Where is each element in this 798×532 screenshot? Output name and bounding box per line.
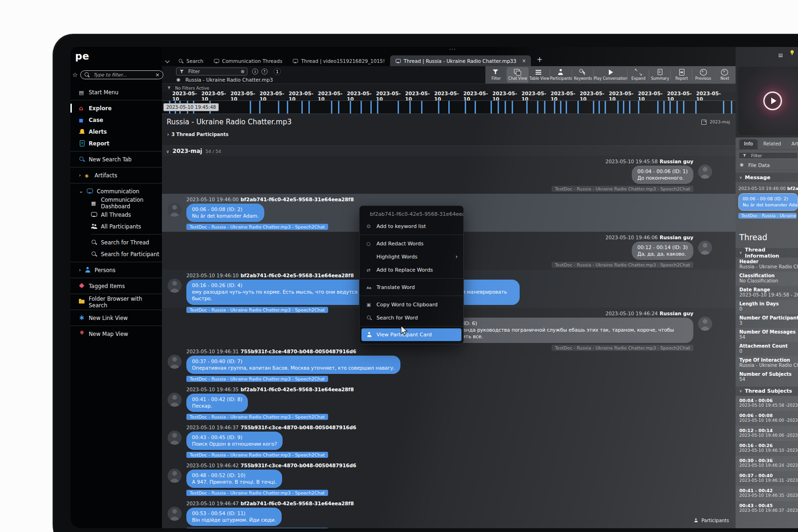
tab[interactable]: Communication Threads [208, 55, 287, 66]
favorite-star-icon[interactable]: ☆ [72, 71, 78, 78]
tab[interactable]: Thread | Russia - Ukraine Radio Chatter.… [390, 55, 531, 66]
message-sender[interactable]: bf2ab741-f6c0-42e5-9568-31e64eea28f8 [241, 387, 354, 392]
message-row[interactable]: 2023-05-10 19:46:35bf2ab741-f6c0-42e5-95… [162, 384, 736, 422]
toolbar-button[interactable]: Summary [649, 66, 671, 84]
sidebar-filter-box[interactable]: × [80, 70, 163, 79]
sidebar-item[interactable]: Alerts [70, 126, 162, 137]
sidebar-item[interactable]: New Map View [70, 328, 162, 340]
thread-subjects-header[interactable]: ∨ Thread Subjects [736, 387, 798, 396]
message-bubble[interactable]: 00:37 - 00:40 (ID: 7) Оперативная группа… [186, 356, 400, 374]
timeline-event-bar[interactable] [287, 101, 288, 114]
timeline-event-bar[interactable] [629, 101, 630, 114]
timeline-event-bar[interactable] [669, 101, 671, 114]
sidebar-item[interactable]: Search for Participant [83, 248, 162, 260]
subject-row[interactable]: 00:30 - 00:36 2023-05-10 19:46:24 -2023-… [736, 456, 798, 471]
message-row[interactable]: 2023-05-10 19:46:42755b931f-c3ce-4870-b0… [162, 460, 736, 498]
sidebar-item[interactable]: New Search Tab [70, 153, 162, 165]
toolbar-button[interactable]: Expand [628, 66, 649, 84]
message-bubble[interactable]: 00:06 - 00:08 (ID: 2) Nu är det komander… [186, 204, 264, 222]
message-bubble[interactable]: 00:53 - 00:54 (ID: 11) Він підійде штурм… [186, 508, 282, 526]
timeline-event-bar[interactable] [350, 101, 351, 114]
next-match-button[interactable]: ↓ [252, 68, 258, 75]
sidebar-item[interactable]: Case [70, 114, 162, 126]
subject-row[interactable]: 00:41 - 00:42 2023-05-10 19:46:35 -2023-… [736, 486, 798, 501]
sidebar-filter-input[interactable] [92, 72, 153, 78]
subject-row[interactable]: 00:12 - 00:14 2023-05-10 19:46:06 -2023-… [736, 426, 798, 441]
message-bubble[interactable]: 00:16 - 00:26 (ID: 4) ему разодрал чуть-… [186, 280, 520, 305]
timeline-event-bar[interactable] [361, 101, 362, 114]
toolbar-button[interactable]: Filter [485, 66, 507, 84]
detail-filter-box[interactable] [738, 152, 798, 159]
timeline-event-bar[interactable] [491, 101, 492, 114]
timeline-event-bar[interactable] [308, 101, 310, 114]
message-bubble[interactable]: 00:48 - 00:52 (ID: 10) А 947. Принято. В… [186, 470, 282, 488]
message-sender[interactable]: bf2ab741-f6c0-42e5-9568-31e64eea28f8 [241, 501, 354, 506]
message-sender[interactable]: 755b931f-c3ce-4870-b048-0050487916d6 [241, 349, 357, 354]
sidebar-item[interactable]: Report [70, 137, 162, 149]
timeline-event-bar[interactable] [695, 101, 697, 114]
context-menu-item[interactable]: Translate Word [360, 281, 463, 294]
timeline-event-bar[interactable] [526, 101, 528, 114]
timeline-event-bar[interactable] [338, 101, 339, 114]
sidebar-item[interactable]: Communication Dashboard [83, 197, 162, 209]
chevron-icon[interactable]: › [79, 267, 81, 273]
sidebar-item[interactable]: › Persons [70, 264, 162, 276]
clear-filter-icon[interactable]: × [155, 72, 160, 78]
context-menu-item[interactable]: Copy Word to Clipboard [360, 298, 463, 311]
timeline-event-bar[interactable] [448, 101, 450, 114]
message-row[interactable]: 2023-05-10 19:45:58Russian guy 00:04 - 0… [162, 156, 736, 194]
timeline-event-bar[interactable] [250, 101, 251, 114]
timeline-event-bar[interactable] [465, 101, 466, 114]
timeline-event-bar[interactable] [623, 101, 624, 114]
timeline-event-bar[interactable] [657, 101, 659, 114]
export-icon[interactable] [701, 119, 707, 125]
timeline-event-bar[interactable] [259, 101, 261, 114]
timeline-event-bar[interactable] [512, 101, 513, 114]
play-button[interactable] [763, 91, 782, 110]
message-sender[interactable]: Russian guy [660, 235, 693, 240]
timeline-event-bar[interactable] [566, 101, 567, 114]
detail-tab[interactable]: Artifacts [787, 139, 798, 149]
toolbar-button[interactable]: Table View [529, 66, 550, 84]
timeline-event-bar[interactable] [377, 101, 378, 114]
clear-filter-icon[interactable]: ⊗ [241, 69, 245, 74]
sidebar-item[interactable]: All Threads [83, 209, 162, 220]
timeline-event-bar[interactable] [278, 101, 279, 114]
previous-match-button[interactable]: ↑ [261, 68, 268, 75]
timeline-event-bar[interactable] [560, 101, 561, 114]
context-menu-item[interactable]: Add to Replace Words [360, 263, 463, 276]
file-data-row[interactable]: File Data [736, 161, 798, 170]
chevron-icon[interactable]: › [79, 172, 81, 178]
layout-grid-icon[interactable] [778, 50, 784, 56]
thread-filter-box[interactable]: ⊗ [176, 68, 247, 76]
timeline-event-bar[interactable] [663, 101, 665, 114]
message-bubble[interactable]: 00:41 - 00:42 (ID: 8) Пескар. [186, 394, 248, 412]
message-sender[interactable]: Russian guy [660, 311, 693, 316]
detail-tab[interactable]: Related [759, 139, 786, 149]
timeline-event-bar[interactable] [593, 101, 594, 114]
message-sender[interactable]: 755b931f-c3ce-4870-b048-0050487916d6 [241, 463, 357, 468]
timeline-event-bar[interactable] [409, 101, 411, 114]
toolbar-button[interactable]: Next [714, 66, 736, 84]
timeline-event-bar[interactable] [537, 101, 538, 114]
thread-filter-input[interactable] [187, 68, 238, 75]
toolbar-button[interactable]: Report [671, 66, 692, 84]
tab[interactable]: Thread | video1519216829_1015! [287, 55, 390, 66]
sidebar-item[interactable]: New Link View [70, 312, 162, 324]
message-sender[interactable]: Russian guy [660, 159, 693, 164]
timeline-event-bar[interactable] [683, 101, 684, 114]
timeline-event-bar[interactable] [438, 101, 439, 114]
message-row[interactable]: 2023-05-10 19:46:47bf2ab741-f6c0-42e5-95… [162, 498, 736, 528]
timeline-event-bar[interactable] [723, 101, 724, 114]
tabs-collapse-icon[interactable] [165, 59, 170, 63]
sidebar-item[interactable]: Tagged Items [70, 280, 162, 292]
tab[interactable]: Search [173, 55, 208, 66]
timeline-event-bar[interactable] [554, 101, 555, 114]
timeline-event-bar[interactable] [398, 101, 399, 114]
message-group-header[interactable]: ∨ 2023-maj 54 / 54 [162, 145, 736, 156]
timeline-event-bar[interactable] [498, 101, 499, 114]
context-menu-item[interactable]: Highlight Words › [360, 250, 463, 263]
timeline-event-bar[interactable] [301, 101, 303, 114]
timeline-event-bar[interactable] [577, 101, 579, 114]
sidebar-item[interactable]: Search for Thread [83, 236, 162, 248]
